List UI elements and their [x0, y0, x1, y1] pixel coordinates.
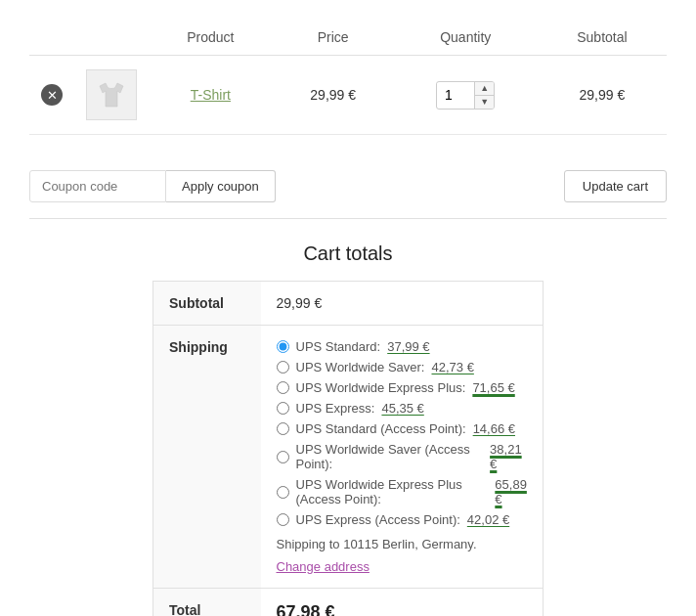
- product-subtotal: 29,99 €: [580, 87, 626, 103]
- total-amount: 67,98 €: [277, 602, 528, 616]
- shipping-radio-ups-worldwide-saver[interactable]: [277, 361, 289, 374]
- shipping-address-text: Shipping to 10115 Berlin, Germany.: [277, 537, 528, 551]
- product-name-cell: T-Shirt: [149, 56, 273, 135]
- shipping-radio-ups-worldwide-express-plus[interactable]: [277, 381, 289, 394]
- shipping-radio-ups-standard-ap[interactable]: [277, 422, 289, 435]
- quantity-up-button[interactable]: ▲: [475, 82, 494, 96]
- remove-cell: ✕: [29, 56, 74, 135]
- shipping-price-ups-express-ap: 42,02 €: [467, 512, 509, 527]
- shipping-label-ups-express: UPS Express:: [296, 401, 375, 416]
- product-price: 29,99 €: [310, 87, 356, 103]
- shipping-option-ups-express-ap: UPS Express (Access Point): 42,02 €: [277, 512, 528, 527]
- shipping-options-container: UPS Standard: 37,99 €UPS Worldwide Saver…: [277, 339, 528, 527]
- coupon-row: Apply coupon Update cart: [29, 154, 667, 219]
- apply-coupon-button[interactable]: Apply coupon: [166, 170, 276, 202]
- shipping-option-ups-express: UPS Express: 45,35 €: [277, 401, 528, 416]
- change-address-link[interactable]: Change address: [277, 559, 370, 574]
- coupon-input[interactable]: [29, 170, 166, 202]
- shipping-price-ups-standard: 37,99 €: [387, 339, 429, 354]
- table-row: ✕ T-Shirt 29,99 €: [29, 56, 667, 135]
- total-row: Total 67,98 € (includes 12,71 € VAT 23%): [153, 589, 544, 617]
- remove-item-button[interactable]: ✕: [41, 84, 63, 106]
- shipping-radio-ups-worldwide-express-plus-ap[interactable]: [277, 486, 289, 499]
- update-cart-button[interactable]: Update cart: [564, 170, 667, 202]
- product-thumbnail: [86, 69, 137, 120]
- cart-totals-section: Cart totals Subtotal 29,99 € Shipping UP…: [29, 242, 667, 616]
- col-price-header: Price: [273, 20, 394, 56]
- coupon-left: Apply coupon: [29, 170, 276, 202]
- shipping-option-ups-standard: UPS Standard: 37,99 €: [277, 339, 528, 354]
- shipping-label-ups-worldwide-express-plus: UPS Worldwide Express Plus:: [296, 380, 466, 395]
- quantity-spinners: ▲ ▼: [474, 82, 494, 109]
- col-product-header: Product: [149, 20, 273, 56]
- shipping-price-ups-worldwide-express-plus: 71,65 €: [472, 380, 514, 395]
- tshirt-icon: [96, 79, 127, 110]
- page-wrapper: Product Price Quantity Subtotal ✕: [0, 0, 696, 616]
- shipping-option-ups-worldwide-express-plus: UPS Worldwide Express Plus: 71,65 €: [277, 380, 528, 395]
- shipping-label-ups-worldwide-express-plus-ap: UPS Worldwide Express Plus (Access Point…: [296, 477, 489, 506]
- shipping-price-ups-worldwide-saver-ap: 38,21 €: [490, 442, 527, 471]
- col-quantity-header: Quantity: [394, 20, 538, 56]
- shipping-label-ups-worldwide-saver-ap: UPS Worldwide Saver (Access Point):: [296, 442, 484, 471]
- product-link[interactable]: T-Shirt: [191, 87, 231, 103]
- shipping-row: Shipping UPS Standard: 37,99 €UPS Worldw…: [153, 326, 544, 589]
- total-label: Total: [153, 589, 261, 617]
- shipping-label-ups-standard-ap: UPS Standard (Access Point):: [296, 421, 466, 436]
- quantity-stepper[interactable]: ▲ ▼: [436, 81, 495, 110]
- cart-totals-table: Subtotal 29,99 € Shipping UPS Standard: …: [152, 281, 544, 616]
- subtotal-row: Subtotal 29,99 €: [153, 282, 544, 326]
- shipping-label-ups-worldwide-saver: UPS Worldwide Saver:: [296, 360, 425, 374]
- shipping-radio-ups-standard[interactable]: [277, 340, 289, 353]
- shipping-radio-ups-express-ap[interactable]: [277, 513, 289, 526]
- shipping-options-cell: UPS Standard: 37,99 €UPS Worldwide Saver…: [261, 326, 544, 589]
- product-price-cell: 29,99 €: [273, 56, 394, 135]
- quantity-down-button[interactable]: ▼: [475, 96, 494, 109]
- shipping-option-ups-worldwide-saver-ap: UPS Worldwide Saver (Access Point): 38,2…: [277, 442, 528, 471]
- col-subtotal-header: Subtotal: [538, 20, 667, 56]
- col-remove-header: [29, 20, 74, 56]
- product-image-cell: [74, 56, 149, 135]
- shipping-radio-ups-express[interactable]: [277, 402, 289, 415]
- total-value-cell: 67,98 € (includes 12,71 € VAT 23%): [261, 589, 544, 617]
- col-image-header: [74, 20, 149, 56]
- product-subtotal-cell: 29,99 €: [538, 56, 667, 135]
- shipping-option-ups-standard-ap: UPS Standard (Access Point): 14,66 €: [277, 421, 528, 436]
- shipping-label-ups-standard: UPS Standard:: [296, 339, 381, 354]
- quantity-input[interactable]: [437, 83, 474, 107]
- subtotal-value: 29,99 €: [261, 282, 544, 326]
- shipping-price-ups-worldwide-saver: 42,73 €: [431, 360, 473, 374]
- shipping-label-ups-express-ap: UPS Express (Access Point):: [296, 512, 460, 527]
- shipping-option-ups-worldwide-saver: UPS Worldwide Saver: 42,73 €: [277, 360, 528, 374]
- shipping-radio-ups-worldwide-saver-ap[interactable]: [277, 451, 289, 463]
- shipping-label: Shipping: [153, 326, 261, 589]
- shipping-price-ups-worldwide-express-plus-ap: 65,89 €: [495, 477, 527, 506]
- cart-totals-title: Cart totals: [303, 242, 392, 265]
- shipping-price-ups-standard-ap: 14,66 €: [473, 421, 515, 436]
- cart-table: Product Price Quantity Subtotal ✕: [29, 20, 667, 135]
- subtotal-label: Subtotal: [153, 282, 261, 326]
- shipping-price-ups-express: 45,35 €: [381, 401, 423, 416]
- shipping-option-ups-worldwide-express-plus-ap: UPS Worldwide Express Plus (Access Point…: [277, 477, 528, 506]
- product-quantity-cell: ▲ ▼: [394, 56, 538, 135]
